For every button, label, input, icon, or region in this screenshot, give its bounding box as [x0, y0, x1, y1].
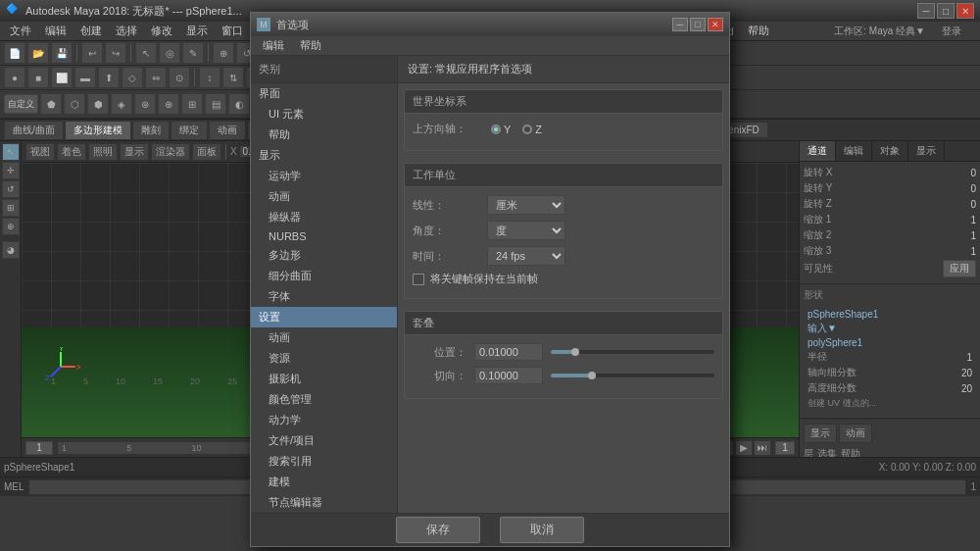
- poly-sphere-btn[interactable]: ●: [4, 67, 25, 88]
- extrude-btn[interactable]: ⬆: [98, 67, 120, 88]
- merge-btn[interactable]: ⊙: [169, 67, 190, 88]
- move-tool-btn[interactable]: ✛: [2, 162, 20, 179]
- menu-help[interactable]: 帮助: [742, 22, 775, 40]
- menu-modify[interactable]: 修改: [145, 22, 178, 40]
- dialog-tree-kinematics[interactable]: 运动学: [251, 166, 397, 186]
- dialog-radio-z[interactable]: [522, 125, 532, 134]
- shelf-icon-5[interactable]: ⊛: [134, 93, 156, 115]
- rpanel-visibility-apply[interactable]: 应用: [943, 260, 976, 277]
- dialog-rotation-input[interactable]: [474, 367, 543, 384]
- vp-renderer-menu[interactable]: 渲染器: [151, 143, 190, 161]
- dialog-position-input[interactable]: [474, 343, 543, 361]
- open-scene-btn[interactable]: 📂: [27, 42, 49, 64]
- rpanel-help-btn[interactable]: 帮助: [841, 447, 860, 457]
- menu-edit[interactable]: 编辑: [39, 22, 73, 40]
- dialog-tree-referenced[interactable]: 搜索引用: [251, 451, 397, 472]
- dialog-keep-keys-checkbox[interactable]: [413, 274, 424, 285]
- menu-create[interactable]: 创建: [74, 22, 108, 40]
- poly-cube-btn[interactable]: ■: [27, 67, 49, 88]
- mode-tab-anim[interactable]: 动画: [209, 121, 246, 140]
- rpanel-display-tab[interactable]: 动画: [839, 424, 872, 443]
- dialog-tree-modeling[interactable]: 建模: [251, 472, 397, 492]
- dialog-cancel-btn[interactable]: 取消: [500, 517, 584, 543]
- dialog-tree-files[interactable]: 文件/项目: [251, 430, 397, 451]
- shelf-custom[interactable]: 自定义: [4, 94, 38, 114]
- bridge-btn[interactable]: ⇔: [145, 67, 167, 88]
- dialog-tree-subdiv[interactable]: 细分曲面: [251, 266, 397, 286]
- next-frame-btn[interactable]: ▶: [735, 440, 753, 456]
- dialog-tree-manipulators[interactable]: 操纵器: [251, 207, 397, 227]
- rpanel-layer-btn[interactable]: 层: [804, 447, 813, 457]
- soft-select-btn[interactable]: ◕: [2, 241, 20, 259]
- bevel-btn[interactable]: ◇: [122, 67, 143, 88]
- dialog-rotation-slider[interactable]: [551, 374, 714, 377]
- shelf-icon-7[interactable]: ⊞: [181, 93, 203, 115]
- lasso-btn[interactable]: ◎: [159, 42, 180, 64]
- dialog-minimize-btn[interactable]: ─: [672, 18, 688, 31]
- dialog-position-slider[interactable]: [551, 350, 714, 354]
- dialog-menu-help[interactable]: 帮助: [294, 36, 327, 55]
- dialog-tree-dynamics[interactable]: 动力学: [251, 410, 397, 430]
- dialog-radio-z-label[interactable]: Z: [522, 124, 542, 135]
- mode-tab-poly[interactable]: 多边形建模: [65, 121, 131, 140]
- go-end-btn[interactable]: ⏭: [754, 440, 771, 456]
- dialog-tree-polygons[interactable]: 多边形: [251, 245, 397, 266]
- menu-window[interactable]: 窗口: [216, 22, 249, 40]
- select-tool-btn[interactable]: ↖: [135, 42, 157, 64]
- rpanel-anim-tab[interactable]: 显示: [804, 424, 837, 443]
- range-start-input[interactable]: [25, 441, 53, 455]
- current-frame-input[interactable]: [775, 441, 795, 455]
- dialog-tree-node-editor[interactable]: 节点编辑器: [251, 492, 397, 513]
- minimize-button[interactable]: ─: [917, 3, 935, 19]
- dialog-tree-nurbs[interactable]: NURBS: [251, 227, 397, 245]
- dialog-angular-select[interactable]: 度: [487, 221, 565, 240]
- dialog-save-btn[interactable]: 保存: [396, 517, 480, 543]
- redo-btn[interactable]: ↪: [105, 42, 126, 64]
- vp-shading-menu[interactable]: 着色: [57, 143, 86, 161]
- workspace-label[interactable]: 工作区: Maya 经典▼: [834, 25, 925, 38]
- dialog-linear-select[interactable]: 厘米: [487, 195, 565, 215]
- transform-btn[interactable]: ⊕: [213, 42, 234, 64]
- rpanel-tab-display[interactable]: 显示: [908, 141, 945, 161]
- vp-panels-menu[interactable]: 面板: [192, 143, 221, 161]
- poly-cyl-btn[interactable]: ⬜: [51, 67, 73, 88]
- dialog-tree-cameras[interactable]: 摄影机: [251, 369, 397, 389]
- vp-lighting-menu[interactable]: 照明: [88, 143, 118, 161]
- undo-btn[interactable]: ↩: [81, 42, 103, 64]
- dialog-close-btn[interactable]: ✕: [708, 18, 723, 31]
- mode-tab-sculpt[interactable]: 雕刻: [132, 121, 170, 140]
- mode-tab-curves[interactable]: 曲线/曲面: [4, 121, 64, 140]
- loop-btn[interactable]: ↕: [199, 67, 220, 88]
- universal-manip-btn[interactable]: ⊕: [2, 218, 20, 235]
- dialog-tree-settings[interactable]: 设置: [251, 307, 397, 327]
- dialog-radio-y[interactable]: [491, 125, 501, 134]
- menu-select[interactable]: 选择: [110, 22, 143, 40]
- poly-plane-btn[interactable]: ▬: [74, 67, 96, 88]
- maximize-button[interactable]: □: [937, 3, 955, 19]
- dialog-radio-y-label[interactable]: Y: [491, 124, 511, 135]
- rpanel-tab-object[interactable]: 对象: [872, 141, 908, 161]
- shelf-icon-4[interactable]: ◈: [111, 93, 132, 115]
- dialog-tree-color-mgmt[interactable]: 颜色管理: [251, 389, 397, 410]
- vp-show-menu[interactable]: 显示: [120, 143, 149, 161]
- shelf-icon-3[interactable]: ⬢: [87, 93, 109, 115]
- rotate-tool-btn[interactable]: ↺: [2, 180, 20, 198]
- dialog-tree-interface[interactable]: 界面: [251, 83, 397, 104]
- dialog-tree-assets[interactable]: 资源: [251, 348, 397, 369]
- select-mode-btn[interactable]: ↖: [2, 143, 20, 161]
- dialog-tree-help[interactable]: 帮助: [251, 125, 397, 145]
- shelf-icon-9[interactable]: ◐: [228, 93, 250, 115]
- rpanel-sets-btn[interactable]: 选集: [817, 447, 837, 457]
- rpanel-tab-channels[interactable]: 通道: [800, 141, 836, 161]
- scale-tool-btn[interactable]: ⊞: [2, 199, 20, 217]
- dialog-tree-ui-elements[interactable]: UI 元素: [251, 104, 397, 125]
- rpanel-input-label[interactable]: 输入▼: [808, 322, 972, 335]
- dialog-tree-settings-animation[interactable]: 动画: [251, 327, 397, 348]
- login-button[interactable]: 登录: [927, 25, 976, 38]
- shelf-icon-8[interactable]: ▤: [205, 93, 226, 115]
- offset-loop-btn[interactable]: ⇅: [222, 67, 244, 88]
- dialog-tree-font[interactable]: 字体: [251, 286, 397, 307]
- dialog-menu-edit[interactable]: 编辑: [257, 36, 290, 55]
- dialog-maximize-btn[interactable]: □: [690, 18, 706, 31]
- shelf-icon-6[interactable]: ⊕: [158, 93, 179, 115]
